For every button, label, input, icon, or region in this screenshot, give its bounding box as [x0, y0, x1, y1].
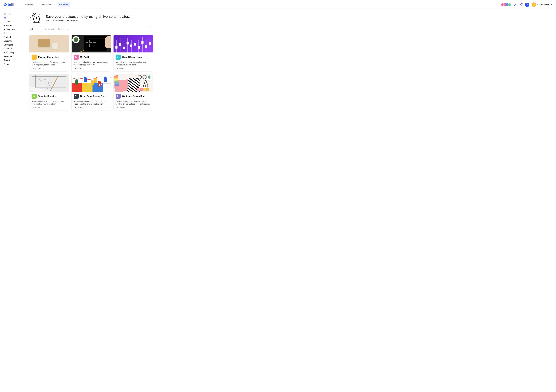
- card-likes[interactable]: 13 likes: [74, 68, 109, 70]
- category-research[interactable]: Research: [4, 55, 25, 58]
- svg-point-7: [33, 13, 36, 15]
- category-feedback[interactable]: Feedback: [4, 48, 25, 50]
- heart-icon: [31, 68, 34, 70]
- card-title: Stationary Design Brief: [122, 95, 145, 97]
- compass-icon: [33, 95, 36, 98]
- card-icon-badge: [116, 54, 121, 60]
- card-likes[interactable]: 42 likes: [116, 68, 151, 70]
- template-grid: Package Design BriefThis brief form crea…: [29, 35, 153, 111]
- filter-value: All: [31, 28, 33, 30]
- card-description: By using this brief form you can underst…: [74, 61, 109, 66]
- card-icon-badge: [74, 94, 79, 99]
- svg-rect-22: [117, 95, 119, 97]
- card-thumbnail: [114, 35, 153, 53]
- notebook-icon: [117, 95, 120, 98]
- template-card[interactable]: Board Game Design BriefA board game need…: [71, 74, 111, 111]
- template-card[interactable]: Sound Design FormA well designed form fo…: [113, 35, 153, 72]
- clock-illustration-icon: [29, 13, 44, 23]
- notification-dot: [522, 3, 523, 4]
- likes-count: 67 likes: [35, 106, 41, 109]
- category-report[interactable]: Report: [4, 59, 25, 61]
- user-menu[interactable]: CS Clara Schmidt: [532, 2, 552, 7]
- network-icon: [75, 56, 77, 59]
- nav-item-integrations[interactable]: Integrations: [39, 2, 54, 7]
- card-thumbnail: [72, 74, 111, 91]
- chevron-up-icon: [551, 4, 552, 6]
- category-developer[interactable]: Developer: [4, 44, 25, 46]
- category-featured[interactable]: Featured: [4, 24, 25, 27]
- category-productivity[interactable]: Productivity: [4, 52, 25, 54]
- search-row: All: [29, 26, 552, 32]
- card-likes[interactable]: 67 likes: [31, 106, 67, 109]
- card-description: This brief form created for package desi…: [31, 61, 67, 66]
- invite-user-button[interactable]: [514, 3, 517, 7]
- card-title: UX Audit: [80, 56, 89, 58]
- svg-point-8: [39, 14, 42, 15]
- heart-icon: [74, 106, 76, 109]
- sidebar-title: Categories: [4, 13, 25, 15]
- svg-point-15: [42, 79, 48, 86]
- main-content: Save your precious time by using briflve…: [29, 13, 552, 111]
- card-likes[interactable]: 12 likes: [74, 106, 109, 109]
- nav-item-briflverse[interactable]: briflverse: [58, 2, 70, 7]
- category-favorites[interactable]: Favorites: [4, 21, 25, 23]
- primary-nav: DashboardIntegrationsbriflverse: [22, 2, 70, 7]
- category-filter-dropdown[interactable]: All: [29, 26, 41, 32]
- card-title: Package Design Brief: [38, 56, 59, 58]
- category-all[interactable]: All: [4, 17, 25, 19]
- notifications-button[interactable]: [519, 3, 523, 7]
- card-thumbnail: [30, 35, 69, 53]
- nav-item-dashboard[interactable]: Dashboard: [22, 2, 35, 7]
- brand-logo[interactable]: brifl: [4, 3, 14, 7]
- card-likes[interactable]: 784 likes: [116, 106, 151, 109]
- puzzle-icon: [75, 95, 77, 98]
- search-box[interactable]: [43, 26, 151, 32]
- heart-icon: [116, 68, 118, 70]
- svg-rect-21: [103, 83, 111, 91]
- card-icon-badge: [31, 94, 37, 99]
- category-architecture[interactable]: Architecture: [4, 28, 25, 30]
- template-card[interactable]: Stationary Design BriefUse this template…: [113, 74, 153, 111]
- heart-icon: [31, 106, 34, 109]
- header-actions: FTBE CS Clara Schmidt: [501, 2, 552, 7]
- likes-count: 12 likes: [77, 106, 83, 109]
- card-description: Before starting to work on blueprints, g…: [31, 100, 67, 105]
- waveform-icon: [117, 56, 120, 59]
- card-icon-badge: [31, 54, 37, 60]
- likes-count: 13 likes: [77, 68, 83, 70]
- user-plus-icon: [514, 3, 517, 6]
- brand-name: brifl: [8, 3, 14, 7]
- card-description: A board game needs lots of information t…: [74, 100, 109, 105]
- collaborator-avatar: BE: [508, 3, 511, 6]
- category-sound[interactable]: Sound: [4, 63, 25, 65]
- card-title: Board Game Design Brief: [80, 95, 105, 97]
- hero-title: Save your precious time by using briflve…: [46, 15, 130, 19]
- app-header: brifl DashboardIntegrationsbriflverse FT…: [0, 0, 556, 9]
- card-icon-badge: [116, 94, 121, 99]
- category-art[interactable]: Art: [4, 32, 25, 34]
- card-thumbnail: [114, 74, 153, 91]
- svg-point-9: [45, 28, 46, 30]
- search-input[interactable]: [48, 28, 149, 30]
- template-card[interactable]: UX AuditBy using this brief form you can…: [71, 35, 111, 72]
- chevron-down-icon: [38, 28, 39, 30]
- card-description: Use this template to discover your clien…: [116, 100, 151, 105]
- search-icon: [45, 28, 47, 30]
- card-title: Technical Drawing: [38, 95, 56, 97]
- category-content[interactable]: Content: [4, 36, 25, 38]
- svg-point-0: [6, 3, 7, 3]
- svg-point-1: [515, 4, 516, 5]
- hero: Save your precious time by using briflve…: [29, 13, 552, 23]
- card-thumbnail: [30, 74, 69, 91]
- heart-icon: [74, 68, 76, 70]
- create-button[interactable]: [525, 3, 529, 7]
- template-card[interactable]: Technical DrawingBefore starting to work…: [29, 74, 69, 111]
- heart-icon: [116, 106, 118, 109]
- hero-subtitle: More than 1,000 brief forms awaits you.: [46, 19, 130, 22]
- category-designer[interactable]: Designer: [4, 40, 25, 42]
- collaborator-avatars[interactable]: FTBE: [501, 3, 511, 6]
- card-likes[interactable]: 242 likes: [31, 68, 67, 70]
- likes-count: 784 likes: [119, 106, 126, 109]
- template-card[interactable]: Package Design BriefThis brief form crea…: [29, 35, 69, 72]
- likes-count: 42 likes: [119, 68, 125, 70]
